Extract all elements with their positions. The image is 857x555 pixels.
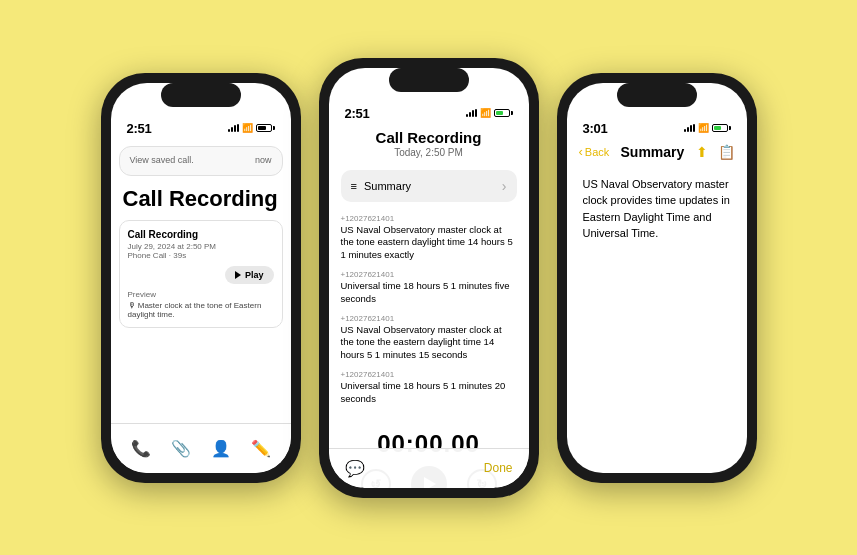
signal-bar-3 (234, 125, 236, 132)
back-chevron-icon: ‹ (579, 144, 583, 159)
transcript-entry-3: +12027621401 US Naval Observatory master… (341, 314, 517, 362)
status-time-2: 2:51 (345, 106, 370, 121)
p2-bottom-bar: 💬 Done (329, 448, 529, 488)
battery-body-1 (256, 124, 272, 132)
status-bar-3: 3:01 📶 (567, 111, 747, 140)
dynamic-island-1 (161, 83, 241, 107)
transcript-entry-4: +12027621401 Universal time 18 hours 5 1… (341, 370, 517, 406)
signal-bar-4 (237, 124, 239, 132)
summary-row[interactable]: ≡ Summary (341, 170, 517, 202)
transcript-text-3: US Naval Observatory master clock at the… (341, 324, 517, 362)
attachment-tab-icon[interactable]: 📎 (171, 439, 191, 458)
compose-tab-icon[interactable]: ✏️ (251, 439, 271, 458)
dynamic-island-2 (389, 68, 469, 92)
chevron-right-icon (502, 178, 507, 194)
summary-row-left: ≡ Summary (351, 180, 412, 192)
play-row: Play (128, 266, 274, 284)
play-button[interactable]: Play (225, 266, 274, 284)
phones-container: 2:51 📶 (81, 38, 777, 518)
battery-body-3 (712, 124, 728, 132)
transcript-entry-2: +12027621401 Universal time 18 hours 5 1… (341, 270, 517, 306)
status-icons-1: 📶 (228, 123, 275, 133)
p3-action-icons: ⬆ 📋 (696, 144, 735, 160)
preview-text: 🎙 Master clock at the tone of Eastern da… (128, 301, 274, 319)
transcript-number-2: +12027621401 (341, 270, 517, 279)
phone-2: 2:51 📶 (319, 58, 539, 498)
notification-bar[interactable]: View saved call. now (119, 146, 283, 176)
battery-tip-2 (511, 111, 513, 115)
phone-3: 3:01 📶 (557, 73, 757, 483)
notification-label: View saved call. (130, 155, 194, 165)
transcript-number-1: +12027621401 (341, 214, 517, 223)
signal-bars-2 (466, 109, 477, 117)
p2-header: Call Recording Today, 2:50 PM (329, 125, 529, 166)
contacts-tab-icon[interactable]: 👤 (211, 439, 231, 458)
battery-3 (712, 124, 731, 132)
preview-label: Preview (128, 290, 274, 299)
card-date: July 29, 2024 at 2:50 PM Phone Call · 39… (128, 242, 274, 260)
page-title-p1: Call Recording (111, 182, 291, 220)
phone-2-screen: 2:51 📶 (329, 68, 529, 488)
wifi-icon-2: 📶 (480, 108, 491, 118)
transcript-area: +12027621401 US Naval Observatory master… (329, 206, 529, 422)
signal-bars-1 (228, 124, 239, 132)
signal-bars-3 (684, 124, 695, 132)
bottom-tab-bar-1: 📞 📎 👤 ✏️ (111, 423, 291, 473)
play-icon (235, 271, 241, 279)
call-recording-card[interactable]: Call Recording July 29, 2024 at 2:50 PM … (119, 220, 283, 328)
summary-label: Summary (364, 180, 411, 192)
battery-1 (256, 124, 275, 132)
phone-1-screen: 2:51 📶 (111, 83, 291, 473)
notification-header: View saved call. now (130, 155, 272, 165)
transcript-text-2: Universal time 18 hours 5 1 minutes five… (341, 280, 517, 306)
done-button[interactable]: Done (484, 461, 513, 475)
signal-bar-2 (231, 127, 233, 132)
battery-tip-3 (729, 126, 731, 130)
share-icon[interactable]: ⬆ (696, 144, 708, 160)
battery-body-2 (494, 109, 510, 117)
summary-text: US Naval Observatory master clock provid… (583, 178, 730, 240)
wifi-icon-3: 📶 (698, 123, 709, 133)
transcript-text-1: US Naval Observatory master clock at the… (341, 224, 517, 262)
wifi-icon-1: 📶 (242, 123, 253, 133)
battery-tip-1 (273, 126, 275, 130)
battery-fill-2 (496, 111, 504, 115)
status-time-1: 2:51 (127, 121, 152, 136)
notification-time: now (255, 155, 272, 165)
dynamic-island-3 (617, 83, 697, 107)
p3-title: Summary (621, 144, 685, 160)
status-bar-2: 2:51 📶 (329, 96, 529, 125)
transcript-text-4: Universal time 18 hours 5 1 minutes 20 s… (341, 380, 517, 406)
battery-fill-3 (714, 126, 722, 130)
status-bar-1: 2:51 📶 (111, 111, 291, 140)
phone-3-screen: 3:01 📶 (567, 83, 747, 473)
p2-title: Call Recording (329, 129, 529, 146)
summary-content: US Naval Observatory master clock provid… (567, 168, 747, 250)
transcript-entry-1: +12027621401 US Naval Observatory master… (341, 214, 517, 262)
voicemail-tab-icon[interactable]: 📞 (131, 439, 151, 458)
chat-bubble-icon[interactable]: 💬 (345, 459, 365, 478)
transcript-number-4: +12027621401 (341, 370, 517, 379)
card-title: Call Recording (128, 229, 274, 240)
battery-fill-1 (258, 126, 266, 130)
p2-subtitle: Today, 2:50 PM (329, 147, 529, 158)
back-label: Back (585, 146, 609, 158)
p3-navigation: ‹ Back Summary ⬆ 📋 (567, 140, 747, 168)
battery-2 (494, 109, 513, 117)
signal-bar-1 (228, 129, 230, 132)
transcript-number-3: +12027621401 (341, 314, 517, 323)
phone-1: 2:51 📶 (101, 73, 301, 483)
bookmark-icon[interactable]: 📋 (718, 144, 735, 160)
summary-icon: ≡ (351, 180, 357, 192)
status-icons-2: 📶 (466, 108, 513, 118)
back-button[interactable]: ‹ Back (579, 144, 610, 159)
status-time-3: 3:01 (583, 121, 608, 136)
status-icons-3: 📶 (684, 123, 731, 133)
